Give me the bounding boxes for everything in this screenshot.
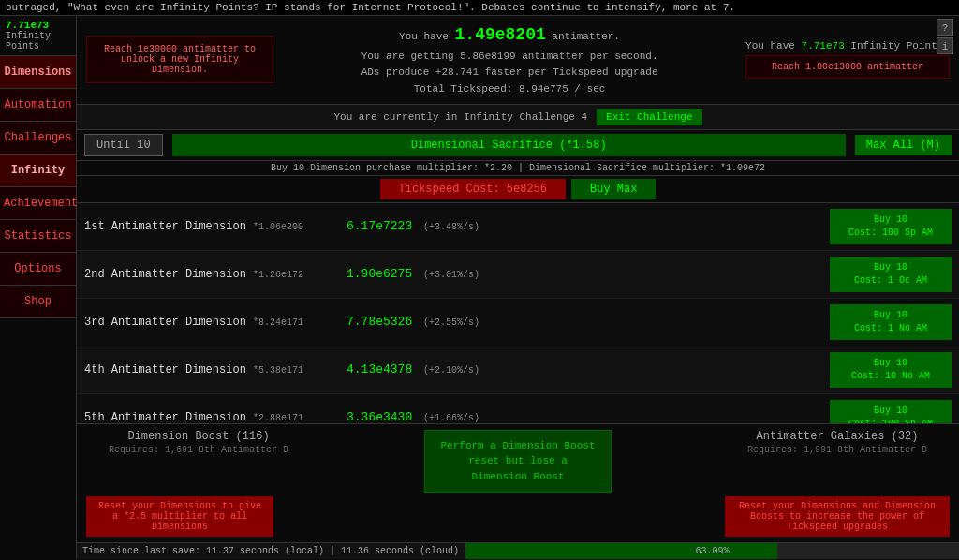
dimension-boost-box: Dimension Boost (116) Requires: 1,691 8t… [86,430,311,455]
dim-name: 5th Antimatter Dimension *2.88e171 [84,411,347,423]
multiplier-info-text: Buy 10 Dimension purchase multiplier: *2… [271,163,765,173]
buy-max-button[interactable]: Buy Max [571,179,656,199]
dimensions-list: 1st Antimatter Dimension *1.06e2006.17e7… [77,203,959,423]
buy-10-dim-5-button[interactable]: Buy 10Cost: 100 Sp AM [830,400,952,423]
sidebar-item-dimensions[interactable]: Dimensions [0,56,76,89]
antimatter-unit: antimatter. [552,31,620,42]
antimatter-amount: 1.49e8201 [455,25,546,44]
tickspeed-row: Tickspeed Cost: 5e8256 Buy Max [77,176,959,203]
right-ip-label2: Infinity Points. [850,40,950,52]
antimatter-label: You have [399,31,449,42]
help-icons: ? i [937,19,953,54]
question-icon[interactable]: ? [937,19,953,36]
progress-bar-container: 63.09% [465,543,959,559]
perform-boost-center: Perform a Dimension Boost reset but lose… [424,430,611,494]
dim-controls: Until 10 Dimensional Sacrifice (*1.58) M… [77,130,959,161]
multiplier-info: Buy 10 Dimension purchase multiplier: *2… [77,161,959,176]
table-row: 2nd Antimatter Dimension *1.26e1721.90e6… [77,251,959,299]
dim-amount: 4.13e4378 (+2.10%/s) [347,362,830,376]
table-row: 1st Antimatter Dimension *1.06e2006.17e7… [77,203,959,251]
total-tickspeed-stat: Total Tickspeed: 8.94e775 / sec [361,81,658,98]
info-icon[interactable]: i [937,37,953,54]
per-second-stat: You are getting 5.86e8199 antimatter per… [361,49,658,66]
challenge-text: You are currently in Infinity Challenge … [333,111,587,123]
reset-dimensions-button[interactable]: Reset your Dimensions to give a *2.5 mul… [86,496,273,537]
perform-boost-line3: Dimension Boost [471,471,564,482]
dim-amount: 3.36e3430 (+1.66%/s) [347,410,830,422]
ip-amount: 7.71e73 [6,20,70,31]
save-info: Time since last save: 11.37 seconds (loc… [77,546,465,556]
max-all-button[interactable]: Max All (M) [855,135,952,155]
sidebar: 7.71e73 Infinity Points Dimensions Autom… [0,16,77,559]
unlock-dimension-box: Reach 1e30000 antimatter to unlock a new… [86,36,273,83]
dim-amount: 1.90e6275 (+3.01%/s) [347,267,830,281]
right-ip-label: You have [745,40,795,52]
sidebar-item-challenges[interactable]: Challenges [0,122,76,155]
tickspeed-cost-button[interactable]: Tickspeed Cost: 5e8256 [380,179,566,199]
dimensional-sacrifice-button[interactable]: Dimensional Sacrifice (*1.58) [172,134,846,156]
right-ip-box: You have 7.71e73 Infinity Points. Reach … [745,40,950,79]
challenge-bar: You are currently in Infinity Challenge … [77,105,959,130]
status-bar: Time since last save: 11.37 seconds (loc… [77,542,959,559]
perform-boost-line1: Perform a Dimension Boost [440,440,595,451]
buy-10-dim-2-button[interactable]: Buy 10Cost: 1 Oc AM [830,257,952,292]
dim-amount: 6.17e7223 (+3.48%/s) [347,219,830,233]
progress-label: 63.09% [465,543,959,559]
center-stats: You have 1.49e8201 antimatter. You are g… [361,22,658,98]
galaxy-title: Antimatter Galaxies (32) [725,430,950,443]
dim-amount: 7.78e5326 (+2.55%/s) [347,315,830,329]
table-row: 4th Antimatter Dimension *5.38e1714.13e4… [77,346,959,394]
perform-boost-button[interactable]: Perform a Dimension Boost reset but lose… [424,430,611,494]
reset-dimensions-boosts-button[interactable]: Reset your Dimensions and Dimension Boos… [725,496,950,537]
until-10-button[interactable]: Until 10 [84,134,163,156]
exit-challenge-button[interactable]: Exit Challenge [597,109,701,125]
ads-produce-stat: ADs produce +28.741 faster per Tickspeed… [361,65,658,81]
dim-name: 1st Antimatter Dimension *1.06e200 [84,220,347,233]
ip-label: Infinity Points [6,31,70,52]
dim-name: 3rd Antimatter Dimension *8.24e171 [84,316,347,329]
buy-10-dim-4-button[interactable]: Buy 10Cost: 10 No AM [830,352,952,388]
ticker-text: outraged, "What even are Infinity Points… [6,2,735,13]
dimension-boost-req: Requires: 1,691 8th Antimatter D [86,445,311,455]
sidebar-item-achievements[interactable]: Achievements [0,187,76,220]
bottom-section: Dimension Boost (116) Requires: 1,691 8t… [77,423,959,543]
sidebar-item-statistics[interactable]: Statistics [0,220,76,253]
right-ip-amount: 7.71e73 [802,40,845,52]
buy-10-dim-3-button[interactable]: Buy 10Cost: 1 No AM [830,304,952,340]
ip-display: 7.71e73 Infinity Points [0,16,76,56]
galaxy-req: Requires: 1,991 8th Antimatter D [725,445,950,455]
reach-antimatter-text: Reach 1.00e13000 antimatter [772,62,923,72]
antimatter-galaxies-box: Antimatter Galaxies (32) Requires: 1,991… [725,430,950,455]
dimension-boost-title: Dimension Boost (116) [86,430,311,443]
dim-name: 2nd Antimatter Dimension *1.26e172 [84,268,347,281]
reach-antimatter-box: Reach 1.00e13000 antimatter [745,55,950,79]
sidebar-item-automation[interactable]: Automation [0,89,76,122]
table-row: 5th Antimatter Dimension *2.88e1713.36e3… [77,394,959,423]
ticker-bar: outraged, "What even are Infinity Points… [0,0,959,16]
table-row: 3rd Antimatter Dimension *8.24e1717.78e5… [77,299,959,346]
buy-10-dim-1-button[interactable]: Buy 10Cost: 100 Sp AM [830,209,952,244]
sidebar-item-infinity[interactable]: Infinity [0,155,76,187]
perform-boost-line2: reset but lose a [468,455,568,466]
dim-name: 4th Antimatter Dimension *5.38e171 [84,363,347,376]
sidebar-item-shop[interactable]: Shop [0,286,76,318]
unlock-dim-text: Reach 1e30000 antimatter to unlock a new… [104,44,256,75]
sidebar-item-options[interactable]: Options [0,253,76,286]
